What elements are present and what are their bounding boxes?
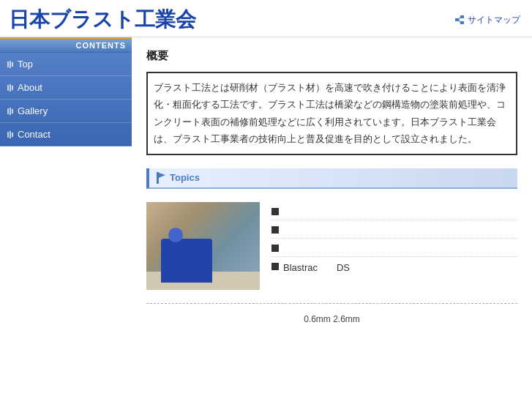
topics-divider [146, 303, 517, 304]
svg-rect-2 [460, 21, 464, 24]
svg-rect-0 [455, 18, 459, 21]
svg-marker-6 [159, 173, 165, 178]
list-item-blastrac-text: Blastrac DS [283, 261, 350, 275]
image-machine [161, 239, 212, 283]
list-item-blastrac: Blastrac DS [271, 257, 517, 279]
sidebar-item-contact[interactable]: Contact [0, 123, 132, 146]
list-item [271, 239, 517, 257]
topics-content: Blastrac DS [146, 196, 517, 296]
gallery-nav-icon [7, 108, 13, 115]
main-layout: CONTENTS Top About Gallery [0, 37, 532, 396]
topics-image [146, 202, 260, 290]
sidebar-nav: Top About Gallery Contact [0, 53, 132, 146]
nav-label-about: About [18, 82, 42, 93]
topics-label: Topics [170, 172, 200, 183]
svg-line-3 [459, 17, 460, 20]
list-item [271, 202, 517, 220]
svg-line-4 [459, 20, 460, 23]
sitemap-link[interactable]: サイトマップ [454, 14, 520, 26]
bullet-icon [271, 226, 279, 234]
top-nav-icon [7, 61, 13, 68]
main-content: 概要 ブラスト工法とは研削材（ブラスト材）を高速で吹き付けることにより表面を清浄… [132, 37, 532, 396]
topics-image-inner [146, 202, 260, 290]
nav-label-top: Top [18, 59, 33, 70]
topics-flag-icon [157, 172, 165, 184]
nav-label-gallery: Gallery [18, 105, 48, 116]
section-title: 概要 [146, 49, 517, 63]
topics-list: Blastrac DS [271, 202, 517, 290]
intro-text: ブラスト工法とは研削材（ブラスト材）を高速で吹き付けることにより表面を清浄化・粗… [146, 72, 517, 155]
bullet-icon [271, 208, 279, 215]
header: 日本ブラスト工業会 サイトマップ [0, 0, 532, 37]
sidebar: CONTENTS Top About Gallery [0, 37, 132, 396]
sitemap-label: サイトマップ [468, 14, 520, 26]
size-info: 0.6mm 2.6mm [146, 311, 517, 327]
contents-label: CONTENTS [0, 37, 132, 53]
sidebar-item-gallery[interactable]: Gallery [0, 100, 132, 123]
sidebar-item-about[interactable]: About [0, 76, 132, 100]
svg-rect-1 [460, 15, 464, 18]
logo: 日本ブラスト工業会 [9, 6, 196, 34]
contact-nav-icon [7, 131, 13, 138]
svg-rect-5 [157, 172, 159, 184]
topics-header: Topics [146, 168, 517, 189]
bullet-icon [271, 263, 279, 270]
nav-label-contact: Contact [18, 129, 50, 140]
about-nav-icon [7, 84, 13, 92]
bullet-icon [271, 245, 279, 252]
list-item [271, 220, 517, 239]
sitemap-icon [454, 15, 465, 25]
sidebar-item-top[interactable]: Top [0, 53, 132, 76]
